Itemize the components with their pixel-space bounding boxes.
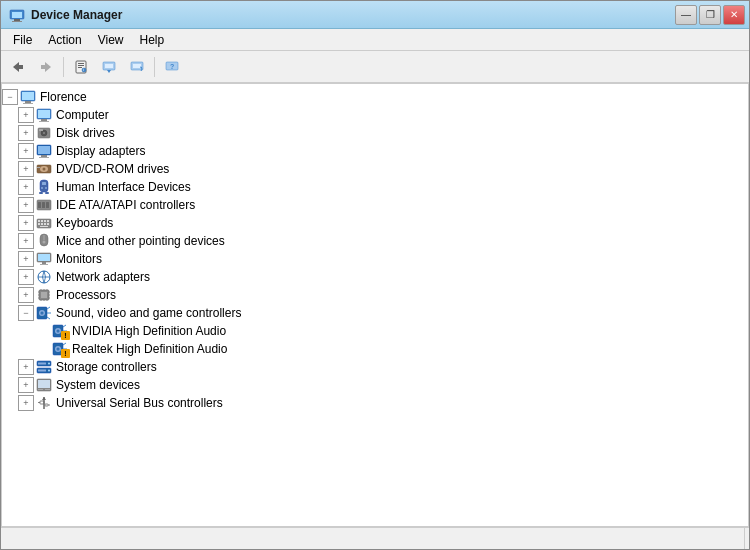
- list-item[interactable]: + Monitors: [2, 250, 748, 268]
- svg-marker-6: [45, 62, 51, 72]
- svg-rect-27: [38, 110, 50, 118]
- list-item[interactable]: ! NVIDIA High Definition Audio: [2, 322, 748, 340]
- list-item[interactable]: + Storage controllers: [2, 358, 748, 376]
- item-label: Display adapters: [56, 144, 145, 158]
- mice-icon: [36, 233, 52, 249]
- list-item[interactable]: + Disk drives: [2, 124, 748, 142]
- svg-rect-25: [23, 103, 33, 104]
- svg-rect-50: [42, 202, 45, 208]
- item-label: Storage controllers: [56, 360, 157, 374]
- list-item[interactable]: + DVD/CD-ROM drives: [2, 160, 748, 178]
- item-label: Keyboards: [56, 216, 113, 230]
- forward-button[interactable]: [33, 55, 59, 79]
- list-item[interactable]: + Mice and other pointing devices: [2, 232, 748, 250]
- monitors-expander[interactable]: +: [18, 251, 34, 267]
- root-computer-icon: [20, 89, 36, 105]
- disk-icon: [36, 125, 52, 141]
- item-label: NVIDIA High Definition Audio: [72, 324, 226, 338]
- root-expander[interactable]: −: [2, 89, 18, 105]
- usb-expander[interactable]: +: [18, 395, 34, 411]
- svg-rect-54: [41, 220, 43, 222]
- realtek-hda-icon: !: [52, 341, 68, 357]
- list-item[interactable]: + Display adapters: [2, 142, 748, 160]
- storage-expander[interactable]: +: [18, 359, 34, 375]
- mice-expander[interactable]: +: [18, 233, 34, 249]
- svg-rect-11: [78, 67, 82, 68]
- maximize-button[interactable]: ❐: [699, 5, 721, 25]
- svg-rect-46: [39, 192, 43, 194]
- svg-rect-3: [12, 21, 22, 22]
- svg-rect-28: [41, 119, 47, 121]
- svg-rect-57: [38, 223, 40, 225]
- list-item[interactable]: + Universal Serial Bus controllers: [2, 394, 748, 412]
- list-item[interactable]: + Keyboards: [2, 214, 748, 232]
- svg-rect-53: [38, 220, 40, 222]
- warning-badge: !: [61, 349, 70, 358]
- menu-action[interactable]: Action: [40, 31, 89, 49]
- svg-rect-72: [41, 292, 47, 298]
- sound-expander[interactable]: −: [18, 305, 34, 321]
- menu-file[interactable]: File: [5, 31, 40, 49]
- list-item[interactable]: − Sound, video and game controllers: [2, 304, 748, 322]
- svg-rect-43: [42, 182, 46, 185]
- network-icon: [36, 269, 52, 285]
- hid-expander[interactable]: +: [18, 179, 34, 195]
- network-expander[interactable]: +: [18, 269, 34, 285]
- window-title: Device Manager: [31, 8, 122, 22]
- sound-icon: [36, 305, 52, 321]
- close-button[interactable]: ✕: [723, 5, 745, 25]
- processors-expander[interactable]: +: [18, 287, 34, 303]
- list-item[interactable]: +: [2, 286, 748, 304]
- item-label: Disk drives: [56, 126, 115, 140]
- list-item[interactable]: + Network adapters: [2, 268, 748, 286]
- svg-line-89: [47, 307, 50, 309]
- list-item[interactable]: + IDE ATA/ATAPI controllers: [2, 196, 748, 214]
- list-item[interactable]: ! Realtek High Definition Audio: [2, 340, 748, 358]
- svg-rect-61: [40, 226, 48, 227]
- list-item[interactable]: + Computer: [2, 106, 748, 124]
- svg-rect-10: [78, 65, 84, 66]
- minimize-button[interactable]: —: [675, 5, 697, 25]
- svg-rect-29: [39, 121, 49, 122]
- scan-button[interactable]: [124, 55, 150, 79]
- svg-rect-5: [19, 65, 23, 69]
- update-driver-button[interactable]: [96, 55, 122, 79]
- tree-root[interactable]: − Florence: [2, 88, 748, 106]
- display-icon: [36, 143, 52, 159]
- svg-line-96: [63, 325, 66, 327]
- system-expander[interactable]: +: [18, 377, 34, 393]
- svg-marker-117: [42, 397, 46, 400]
- svg-line-91: [47, 317, 50, 319]
- item-label: Human Interface Devices: [56, 180, 191, 194]
- svg-rect-115: [45, 389, 50, 390]
- keyboard-expander[interactable]: +: [18, 215, 34, 231]
- svg-rect-42: [40, 180, 48, 192]
- display-expander[interactable]: +: [18, 143, 34, 159]
- svg-rect-1: [12, 12, 22, 18]
- list-item[interactable]: + Human Interface Devices: [2, 178, 748, 196]
- menu-view[interactable]: View: [90, 31, 132, 49]
- computer-expander[interactable]: +: [18, 107, 34, 123]
- hid-icon: [36, 179, 52, 195]
- title-bar-left: Device Manager: [9, 7, 122, 23]
- ide-expander[interactable]: +: [18, 197, 34, 213]
- properties-button[interactable]: i: [68, 55, 94, 79]
- dvd-expander[interactable]: +: [18, 161, 34, 177]
- svg-rect-58: [41, 223, 43, 225]
- svg-rect-55: [44, 220, 46, 222]
- back-button[interactable]: [5, 55, 31, 79]
- svg-rect-66: [38, 254, 50, 261]
- svg-rect-15: [105, 64, 113, 68]
- menu-help[interactable]: Help: [132, 31, 173, 49]
- item-label: Realtek High Definition Audio: [72, 342, 227, 356]
- svg-point-64: [43, 241, 46, 244]
- list-item[interactable]: + System devices: [2, 376, 748, 394]
- window-controls: — ❐ ✕: [675, 5, 745, 25]
- toolbar-separator-2: [154, 57, 155, 77]
- svg-rect-9: [78, 63, 84, 64]
- svg-rect-113: [38, 380, 50, 388]
- disk-expander[interactable]: +: [18, 125, 34, 141]
- tree-view[interactable]: − Florence +: [2, 84, 748, 526]
- help-button[interactable]: ?: [159, 55, 185, 79]
- svg-point-45: [45, 187, 47, 189]
